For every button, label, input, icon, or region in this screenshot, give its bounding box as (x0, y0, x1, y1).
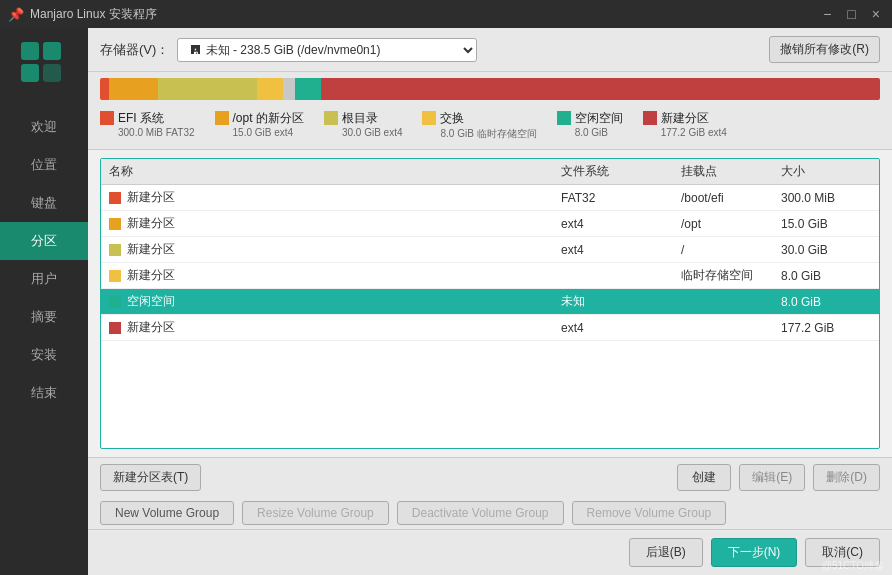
row-fs-2: ext4 (561, 243, 681, 257)
row-color-0 (109, 192, 121, 204)
back-button[interactable]: 后退(B) (629, 538, 703, 567)
bottom-area: 新建分区表(T) 创建 编辑(E) 删除(D) New Volume Group… (88, 457, 892, 575)
row-size-1: 15.0 GiB (781, 217, 871, 231)
legend-color-free (557, 111, 571, 125)
row-size-2: 30.0 GiB (781, 243, 871, 257)
legend-detail-swap: 8.0 GiB 临时存储空间 (440, 127, 536, 141)
sidebar-item-partition[interactable]: 分区 (0, 222, 88, 260)
row-name-1: 新建分区 (127, 215, 175, 232)
legend-name-efi: EFI 系统 (118, 110, 195, 127)
row-fs-5: ext4 (561, 321, 681, 335)
legend-swap: 交换 8.0 GiB 临时存储空间 (422, 110, 536, 141)
row-size-0: 300.0 MiB (781, 191, 871, 205)
table-row-selected[interactable]: 空闲空间 未知 8.0 GiB (101, 289, 879, 315)
svg-rect-1 (43, 42, 61, 60)
row-color-4 (109, 296, 121, 308)
partition-table: 名称 文件系统 挂载点 大小 新建分区 FAT32 /boot/efi 300.… (100, 158, 880, 449)
table-header: 名称 文件系统 挂载点 大小 (101, 159, 879, 185)
row-color-3 (109, 270, 121, 282)
sidebar-item-summary[interactable]: 摘要 (0, 298, 88, 336)
delete-button[interactable]: 删除(D) (813, 464, 880, 491)
bar-efi (100, 78, 109, 100)
legend-name-root: 根目录 (342, 110, 403, 127)
sidebar-item-location[interactable]: 位置 (0, 146, 88, 184)
revert-button[interactable]: 撤销所有修改(R) (769, 36, 880, 63)
remove-volume-group-button[interactable]: Remove Volume Group (572, 501, 727, 525)
row-mount-3: 临时存储空间 (681, 267, 781, 284)
close-button[interactable]: × (868, 4, 884, 24)
storage-label: 存储器(V)： (100, 41, 169, 59)
legend-color-efi (100, 111, 114, 125)
row-name-5: 新建分区 (127, 319, 175, 336)
legend-free: 空闲空间 8.0 GiB (557, 110, 623, 141)
row-name-3: 新建分区 (127, 267, 175, 284)
titlebar: 📌 Manjaro Linux 安装程序 − □ × (0, 0, 892, 28)
new-volume-group-button[interactable]: New Volume Group (100, 501, 234, 525)
bar-new (321, 78, 879, 100)
partition-actions-row: 新建分区表(T) 创建 编辑(E) 删除(D) (88, 458, 892, 497)
sidebar-item-welcome[interactable]: 欢迎 (0, 108, 88, 146)
legend-name-free: 空闲空间 (575, 110, 623, 127)
sidebar: 欢迎 位置 键盘 分区 用户 摘要 安装 结束 (0, 28, 88, 575)
minimize-button[interactable]: − (819, 4, 835, 24)
legend-color-opt (215, 111, 229, 125)
svg-rect-0 (21, 42, 39, 60)
row-size-3: 8.0 GiB (781, 269, 871, 283)
table-row[interactable]: 新建分区 ext4 / 30.0 GiB (101, 237, 879, 263)
legend-color-swap (422, 111, 436, 125)
row-size-5: 177.2 GiB (781, 321, 871, 335)
next-button[interactable]: 下一步(N) (711, 538, 798, 567)
table-row[interactable]: 新建分区 ext4 /opt 15.0 GiB (101, 211, 879, 237)
row-fs-0: FAT32 (561, 191, 681, 205)
legend-color-root (324, 111, 338, 125)
partition-bar (100, 78, 880, 100)
legend-efi: EFI 系统 300.0 MiB FAT32 (100, 110, 195, 141)
row-name-4: 空闲空间 (127, 293, 175, 310)
svg-rect-2 (21, 64, 39, 82)
bar-opt (109, 78, 158, 100)
volume-group-row: New Volume Group Resize Volume Group Dea… (88, 497, 892, 529)
legend-root: 根目录 30.0 GiB ext4 (324, 110, 403, 141)
bar-free2 (295, 78, 322, 100)
sidebar-item-done[interactable]: 结束 (0, 374, 88, 412)
partition-legend: EFI 系统 300.0 MiB FAT32 /opt 的新分区 15.0 Gi… (88, 104, 892, 150)
legend-detail-efi: 300.0 MiB FAT32 (118, 127, 195, 138)
table-row[interactable]: 新建分区 临时存储空间 8.0 GiB (101, 263, 879, 289)
col-fs: 文件系统 (561, 163, 681, 180)
row-mount-1: /opt (681, 217, 781, 231)
row-name-0: 新建分区 (127, 189, 175, 206)
table-row[interactable]: 新建分区 FAT32 /boot/efi 300.0 MiB (101, 185, 879, 211)
legend-color-new (643, 111, 657, 125)
edit-button[interactable]: 编辑(E) (739, 464, 805, 491)
row-color-1 (109, 218, 121, 230)
new-table-button[interactable]: 新建分区表(T) (100, 464, 201, 491)
col-mount: 挂载点 (681, 163, 781, 180)
partition-bar-container (88, 72, 892, 104)
titlebar-title: Manjaro Linux 安装程序 (30, 6, 157, 23)
create-button[interactable]: 创建 (677, 464, 731, 491)
row-mount-0: /boot/efi (681, 191, 781, 205)
sidebar-item-keyboard[interactable]: 键盘 (0, 184, 88, 222)
content-area: 存储器(V)： 🖪 未知 - 238.5 GiB (/dev/nvme0n1) … (88, 28, 892, 575)
col-name: 名称 (109, 163, 561, 180)
bar-swap (257, 78, 284, 100)
table-row[interactable]: 新建分区 ext4 177.2 GiB (101, 315, 879, 341)
row-fs-4: 未知 (561, 293, 681, 310)
legend-new: 新建分区 177.2 GiB ext4 (643, 110, 727, 141)
deactivate-volume-group-button[interactable]: Deactivate Volume Group (397, 501, 564, 525)
sidebar-item-install[interactable]: 安装 (0, 336, 88, 374)
legend-name-new: 新建分区 (661, 110, 727, 127)
row-fs-1: ext4 (561, 217, 681, 231)
resize-volume-group-button[interactable]: Resize Volume Group (242, 501, 389, 525)
maximize-button[interactable]: □ (843, 4, 859, 24)
storage-select[interactable]: 🖪 未知 - 238.5 GiB (/dev/nvme0n1) (177, 38, 477, 62)
sidebar-logo (17, 38, 71, 92)
sidebar-item-user[interactable]: 用户 (0, 260, 88, 298)
col-size: 大小 (781, 163, 871, 180)
legend-detail-new: 177.2 GiB ext4 (661, 127, 727, 138)
pin-icon: 📌 (8, 7, 24, 22)
svg-rect-3 (43, 64, 61, 82)
watermark: @51CTO博客 (822, 559, 884, 573)
row-name-2: 新建分区 (127, 241, 175, 258)
row-size-4: 8.0 GiB (781, 295, 871, 309)
